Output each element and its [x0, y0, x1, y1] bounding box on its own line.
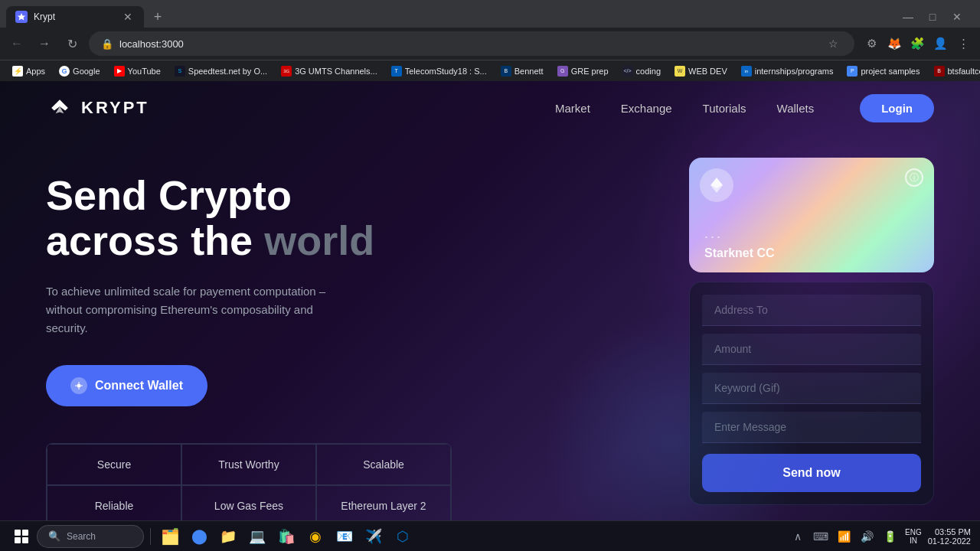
minimize-button[interactable]: ―	[897, 6, 919, 28]
amount-input[interactable]	[702, 334, 921, 365]
taskbar-app-browser[interactable]: ⬤	[186, 523, 212, 549]
start-icon	[15, 530, 28, 543]
bookmark-apps[interactable]: ⚡ Apps	[6, 63, 51, 80]
nav-wallets[interactable]: Wallets	[777, 102, 815, 115]
bookmark-google[interactable]: G Google	[53, 63, 106, 80]
bookmark-webdev[interactable]: W WEB DEV	[668, 63, 733, 80]
taskbar-app-store[interactable]: 🛍️	[273, 523, 299, 549]
bookmark-favicon-gre: G	[557, 66, 568, 77]
taskbar-app-mail[interactable]: 📧	[332, 523, 358, 549]
bookmark-label-internship: internships/programs	[755, 67, 834, 76]
bookmark-label-3g: 3G UMTS Channels...	[295, 67, 377, 76]
tab-bar: Krypt ✕ + ― □ ✕	[0, 0, 980, 28]
address-bar[interactable]: 🔒 localhost:3000 ☆	[89, 31, 854, 56]
navbar: KRYPT Market Exchange Tutorials Wallets …	[0, 81, 980, 135]
forward-button[interactable]: →	[34, 33, 55, 54]
feature-reliable: Reliable	[47, 485, 181, 520]
feature-secure: Secure	[47, 444, 181, 485]
chrome-ext-icon[interactable]: 🧩	[906, 33, 928, 54]
tray-up-icon[interactable]: ∧	[789, 527, 807, 546]
bookmark-label-apps: Apps	[26, 67, 45, 76]
logo[interactable]: KRYPT	[46, 94, 149, 122]
tab-title: Krypt	[34, 11, 115, 22]
window-controls: ― □ ✕	[897, 6, 974, 28]
hero-title-line1: Send Crypto	[46, 172, 292, 218]
close-window-button[interactable]: ✕	[946, 6, 968, 28]
message-input[interactable]	[702, 412, 921, 443]
bookmark-3g[interactable]: 3G 3G UMTS Channels...	[275, 63, 384, 80]
tray-wifi-icon[interactable]: 📶	[835, 527, 853, 546]
active-tab[interactable]: Krypt ✕	[6, 6, 144, 28]
bookmark-favicon-3g: 3G	[281, 66, 292, 77]
bookmark-favicon-google: G	[59, 66, 70, 77]
connect-wallet-button[interactable]: Connect Wallet	[46, 365, 207, 406]
language-indicator[interactable]: ENG IN	[905, 528, 922, 545]
profile-icon[interactable]: 👤	[929, 33, 951, 54]
taskbar-app-explorer[interactable]: 🗂️	[157, 523, 183, 549]
card-dots: ...	[704, 226, 723, 242]
tab-close-button[interactable]: ✕	[121, 10, 135, 24]
metamask-icon[interactable]: 🦊	[884, 33, 905, 54]
bookmark-label-speedtest: Speedtest.net by O...	[188, 67, 267, 76]
taskbar: 🔍 Search 🗂️ ⬤ 📁 💻 🛍️ ◉ 📧 ✈️ ⬡ ∧ ⌨ 📶 🔊 🔋 …	[0, 520, 980, 551]
hero-subtitle: To achieve unlimited scale for payement …	[46, 282, 352, 337]
bookmark-internship[interactable]: in internships/programs	[735, 63, 840, 80]
search-icon: 🔍	[48, 530, 60, 542]
tray-keyboard-icon[interactable]: ⌨	[812, 527, 830, 546]
taskbar-app-chrome[interactable]: ◉	[302, 523, 328, 549]
extensions-icon[interactable]: ⚙	[861, 33, 882, 54]
bookmark-label-google: Google	[73, 67, 100, 76]
bookmark-project[interactable]: P project samples	[841, 63, 926, 80]
card-info-icon[interactable]: ⓘ	[905, 168, 923, 187]
hero-title: Send Crypto across the world	[46, 173, 658, 264]
bookmark-label-project: project samples	[861, 67, 920, 76]
menu-icon[interactable]: ⋮	[952, 33, 974, 54]
bookmark-btsfault[interactable]: B btsfaultcodes - bha...	[928, 63, 981, 80]
bookmark-gre[interactable]: G GRE prep	[551, 63, 615, 80]
bookmark-coding[interactable]: </> coding	[616, 63, 667, 80]
taskbar-app-telegram[interactable]: ✈️	[361, 523, 387, 549]
bookmark-favicon-bennett: B	[501, 66, 511, 77]
bookmark-label-bennett: Bennett	[514, 67, 544, 76]
toolbar-icons: ⚙ 🦊 🧩 👤 ⋮	[861, 33, 974, 54]
tray-sound-icon[interactable]: 🔊	[858, 527, 876, 546]
taskbar-search[interactable]: 🔍 Search	[37, 525, 144, 548]
address-to-input[interactable]	[702, 295, 921, 326]
search-label: Search	[67, 531, 96, 542]
bookmark-youtube[interactable]: ▶ YouTube	[108, 63, 167, 80]
clock[interactable]: 03:55 PM 01-12-2022	[928, 527, 971, 546]
send-form: Send now	[689, 282, 934, 505]
tray-battery-icon[interactable]: 🔋	[880, 527, 899, 546]
bookmarks-bar: ⚡ Apps G Google ▶ YouTube S Speedtest.ne…	[0, 60, 980, 81]
bookmark-bennett[interactable]: B Bennett	[495, 63, 550, 80]
send-now-button[interactable]: Send now	[702, 454, 921, 492]
page-content: KRYPT Market Exchange Tutorials Wallets …	[0, 81, 980, 520]
start-button[interactable]	[9, 524, 34, 549]
lang-bottom: IN	[910, 536, 917, 545]
nav-exchange[interactable]: Exchange	[621, 102, 672, 115]
refresh-button[interactable]: ↻	[61, 33, 83, 54]
feature-scalable: Scalable	[316, 444, 451, 485]
bookmark-telecom[interactable]: T TelecomStudy18 : S...	[385, 63, 493, 80]
bookmark-label-btsfault: btsfaultcodes - bha...	[948, 67, 981, 76]
tab-favicon	[15, 11, 28, 23]
nav-links: Market Exchange Tutorials Wallets Login	[555, 94, 934, 122]
login-button[interactable]: Login	[860, 94, 934, 122]
system-tray: ∧ ⌨ 📶 🔊 🔋	[789, 527, 899, 546]
maximize-button[interactable]: □	[922, 6, 943, 28]
wallet-icon	[70, 377, 87, 394]
bookmark-speedtest[interactable]: S Speedtest.net by O...	[168, 63, 273, 80]
bookmark-favicon-webdev: W	[675, 66, 685, 77]
keyword-input[interactable]	[702, 373, 921, 404]
back-button[interactable]: ←	[6, 33, 28, 54]
clock-time: 03:55 PM	[928, 527, 971, 536]
nav-market[interactable]: Market	[555, 102, 590, 115]
nav-tutorials[interactable]: Tutorials	[703, 102, 746, 115]
new-tab-button[interactable]: +	[147, 6, 168, 28]
taskbar-app-vscode[interactable]: ⬡	[390, 523, 416, 549]
bookmark-star-icon[interactable]: ☆	[824, 34, 842, 53]
taskbar-app-terminal[interactable]: 💻	[244, 523, 270, 549]
bookmark-favicon-youtube: ▶	[114, 66, 125, 77]
taskbar-app-files[interactable]: 📁	[215, 523, 241, 549]
browser-chrome: Krypt ✕ + ― □ ✕ ← → ↻ 🔒 localhost:3000 ☆…	[0, 0, 980, 81]
